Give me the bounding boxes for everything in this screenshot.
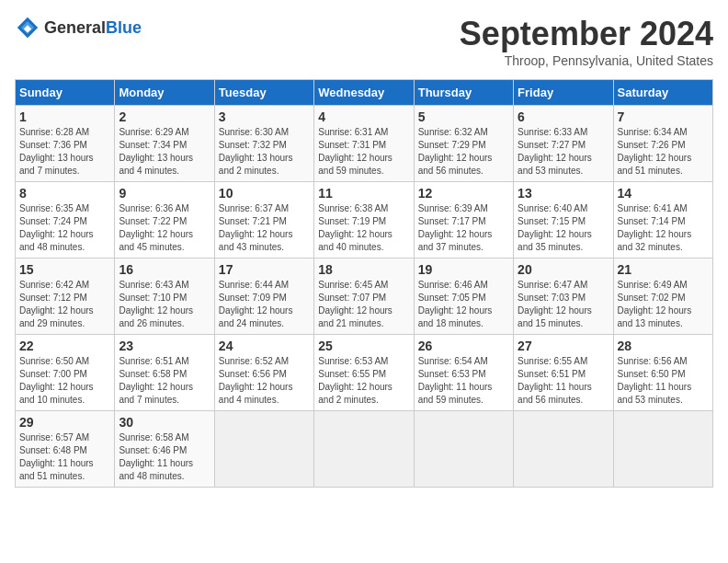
calendar-cell: 7Sunrise: 6:34 AM Sunset: 7:26 PM Daylig… [613, 106, 712, 182]
day-info: Sunrise: 6:42 AM Sunset: 7:12 PM Dayligh… [19, 279, 110, 330]
day-info: Sunrise: 6:54 AM Sunset: 6:53 PM Dayligh… [418, 355, 509, 407]
day-number: 26 [418, 339, 509, 353]
logo-blue-text: Blue [106, 18, 142, 37]
day-info: Sunrise: 6:31 AM Sunset: 7:31 PM Dayligh… [318, 126, 409, 178]
day-info: Sunrise: 6:52 AM Sunset: 6:56 PM Dayligh… [219, 355, 310, 407]
calendar-cell: 13Sunrise: 6:40 AM Sunset: 7:15 PM Dayli… [514, 182, 613, 259]
calendar-cell [613, 411, 712, 488]
calendar-cell: 12Sunrise: 6:39 AM Sunset: 7:17 PM Dayli… [414, 182, 513, 259]
calendar-cell: 18Sunrise: 6:45 AM Sunset: 7:07 PM Dayli… [314, 259, 414, 335]
day-number: 12 [418, 186, 509, 201]
day-number: 8 [19, 186, 110, 201]
calendar-cell: 27Sunrise: 6:55 AM Sunset: 6:51 PM Dayli… [514, 335, 613, 411]
month-title: September 2024 [460, 15, 713, 53]
day-info: Sunrise: 6:55 AM Sunset: 6:51 PM Dayligh… [518, 355, 609, 407]
week-row-4: 22Sunrise: 6:50 AM Sunset: 7:00 PM Dayli… [16, 335, 713, 411]
day-number: 15 [19, 262, 110, 277]
day-number: 28 [618, 339, 709, 353]
day-info: Sunrise: 6:51 AM Sunset: 6:58 PM Dayligh… [119, 355, 210, 407]
day-number: 5 [418, 109, 509, 124]
day-info: Sunrise: 6:57 AM Sunset: 6:48 PM Dayligh… [19, 431, 110, 483]
calendar-cell: 8Sunrise: 6:35 AM Sunset: 7:24 PM Daylig… [16, 182, 115, 259]
day-info: Sunrise: 6:56 AM Sunset: 6:50 PM Dayligh… [618, 355, 709, 407]
day-info: Sunrise: 6:33 AM Sunset: 7:27 PM Dayligh… [518, 126, 609, 178]
calendar-cell: 6Sunrise: 6:33 AM Sunset: 7:27 PM Daylig… [514, 106, 613, 182]
day-number: 4 [318, 109, 409, 124]
calendar-cell: 17Sunrise: 6:44 AM Sunset: 7:09 PM Dayli… [214, 259, 313, 335]
calendar-cell: 1Sunrise: 6:28 AM Sunset: 7:36 PM Daylig… [16, 106, 115, 182]
calendar-cell: 10Sunrise: 6:37 AM Sunset: 7:21 PM Dayli… [214, 182, 313, 259]
calendar-cell: 19Sunrise: 6:46 AM Sunset: 7:05 PM Dayli… [414, 259, 513, 335]
day-number: 13 [518, 186, 609, 201]
day-info: Sunrise: 6:45 AM Sunset: 7:07 PM Dayligh… [318, 279, 409, 330]
calendar-cell: 11Sunrise: 6:38 AM Sunset: 7:19 PM Dayli… [314, 182, 414, 259]
day-number: 18 [318, 262, 409, 277]
calendar-cell [414, 411, 513, 488]
day-number: 10 [219, 186, 310, 201]
calendar-cell: 21Sunrise: 6:49 AM Sunset: 7:02 PM Dayli… [613, 259, 712, 335]
day-info: Sunrise: 6:40 AM Sunset: 7:15 PM Dayligh… [518, 202, 609, 254]
calendar-cell: 30Sunrise: 6:58 AM Sunset: 6:46 PM Dayli… [115, 411, 214, 488]
page-header: GeneralBlue September 2024 Throop, Penns… [15, 15, 713, 68]
calendar-cell: 5Sunrise: 6:32 AM Sunset: 7:29 PM Daylig… [414, 106, 513, 182]
day-number: 19 [418, 262, 509, 277]
day-number: 30 [119, 415, 210, 430]
calendar-cell: 22Sunrise: 6:50 AM Sunset: 7:00 PM Dayli… [16, 335, 115, 411]
calendar-cell: 23Sunrise: 6:51 AM Sunset: 6:58 PM Dayli… [115, 335, 214, 411]
week-row-5: 29Sunrise: 6:57 AM Sunset: 6:48 PM Dayli… [16, 411, 713, 488]
week-row-3: 15Sunrise: 6:42 AM Sunset: 7:12 PM Dayli… [16, 259, 713, 335]
day-number: 22 [19, 339, 110, 353]
logo: GeneralBlue [15, 15, 142, 40]
day-info: Sunrise: 6:41 AM Sunset: 7:14 PM Dayligh… [618, 202, 709, 254]
week-row-1: 1Sunrise: 6:28 AM Sunset: 7:36 PM Daylig… [16, 106, 713, 182]
calendar-cell: 2Sunrise: 6:29 AM Sunset: 7:34 PM Daylig… [115, 106, 214, 182]
day-info: Sunrise: 6:58 AM Sunset: 6:46 PM Dayligh… [119, 431, 210, 483]
calendar-cell: 3Sunrise: 6:30 AM Sunset: 7:32 PM Daylig… [214, 106, 313, 182]
day-header-tuesday: Tuesday [214, 80, 313, 106]
day-info: Sunrise: 6:35 AM Sunset: 7:24 PM Dayligh… [19, 202, 110, 254]
day-number: 3 [219, 109, 310, 124]
day-info: Sunrise: 6:29 AM Sunset: 7:34 PM Dayligh… [119, 126, 210, 178]
calendar-cell [514, 411, 613, 488]
day-number: 11 [318, 186, 409, 201]
day-info: Sunrise: 6:30 AM Sunset: 7:32 PM Dayligh… [219, 126, 310, 178]
day-number: 1 [19, 109, 110, 124]
calendar-cell: 15Sunrise: 6:42 AM Sunset: 7:12 PM Dayli… [16, 259, 115, 335]
day-info: Sunrise: 6:43 AM Sunset: 7:10 PM Dayligh… [119, 279, 210, 330]
day-number: 25 [318, 339, 409, 353]
calendar-cell: 14Sunrise: 6:41 AM Sunset: 7:14 PM Dayli… [613, 182, 712, 259]
day-number: 6 [518, 109, 609, 124]
day-info: Sunrise: 6:28 AM Sunset: 7:36 PM Dayligh… [19, 126, 110, 178]
day-header-friday: Friday [514, 80, 613, 106]
generalblue-logo-icon [15, 15, 40, 40]
calendar-cell: 24Sunrise: 6:52 AM Sunset: 6:56 PM Dayli… [214, 335, 313, 411]
day-number: 17 [219, 262, 310, 277]
day-info: Sunrise: 6:36 AM Sunset: 7:22 PM Dayligh… [119, 202, 210, 254]
calendar-cell: 4Sunrise: 6:31 AM Sunset: 7:31 PM Daylig… [314, 106, 414, 182]
day-header-saturday: Saturday [613, 80, 712, 106]
calendar-cell: 16Sunrise: 6:43 AM Sunset: 7:10 PM Dayli… [115, 259, 214, 335]
day-number: 29 [19, 415, 110, 430]
day-info: Sunrise: 6:44 AM Sunset: 7:09 PM Dayligh… [219, 279, 310, 330]
day-info: Sunrise: 6:46 AM Sunset: 7:05 PM Dayligh… [418, 279, 509, 330]
calendar-cell [214, 411, 313, 488]
day-header-sunday: Sunday [16, 80, 115, 106]
day-number: 20 [518, 262, 609, 277]
day-header-thursday: Thursday [414, 80, 513, 106]
day-number: 7 [618, 109, 709, 124]
day-number: 24 [219, 339, 310, 353]
day-number: 23 [119, 339, 210, 353]
day-header-monday: Monday [115, 80, 214, 106]
day-number: 16 [119, 262, 210, 277]
location-text: Throop, Pennsylvania, United States [460, 53, 713, 68]
day-info: Sunrise: 6:39 AM Sunset: 7:17 PM Dayligh… [418, 202, 509, 254]
day-info: Sunrise: 6:49 AM Sunset: 7:02 PM Dayligh… [618, 279, 709, 330]
calendar-cell [314, 411, 414, 488]
day-number: 27 [518, 339, 609, 353]
week-row-2: 8Sunrise: 6:35 AM Sunset: 7:24 PM Daylig… [16, 182, 713, 259]
calendar-cell: 9Sunrise: 6:36 AM Sunset: 7:22 PM Daylig… [115, 182, 214, 259]
day-info: Sunrise: 6:53 AM Sunset: 6:55 PM Dayligh… [318, 355, 409, 407]
calendar-header-row: SundayMondayTuesdayWednesdayThursdayFrid… [16, 80, 713, 106]
calendar-cell: 25Sunrise: 6:53 AM Sunset: 6:55 PM Dayli… [314, 335, 414, 411]
day-header-wednesday: Wednesday [314, 80, 414, 106]
